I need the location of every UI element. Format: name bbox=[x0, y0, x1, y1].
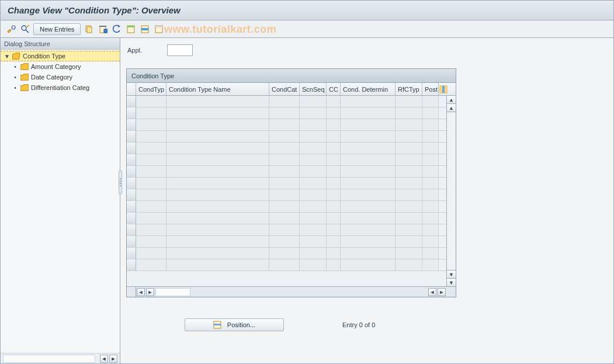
table-cell[interactable] bbox=[300, 248, 327, 259]
table-cell[interactable] bbox=[166, 154, 269, 165]
table-cell[interactable] bbox=[136, 178, 166, 189]
hscroll-right-end-button[interactable]: ► bbox=[438, 288, 446, 296]
new-entries-button[interactable]: New Entries bbox=[33, 23, 81, 35]
table-cell[interactable] bbox=[136, 143, 166, 154]
table-cell[interactable] bbox=[166, 96, 269, 107]
tree-collapse-icon[interactable]: ▼ bbox=[4, 53, 10, 60]
table-cell[interactable] bbox=[166, 201, 269, 212]
table-cell[interactable] bbox=[269, 236, 300, 247]
table-cell[interactable] bbox=[422, 154, 439, 165]
scroll-up-button[interactable]: ▲ bbox=[447, 96, 456, 104]
col-condcat[interactable]: CondCat bbox=[269, 83, 300, 95]
table-cell[interactable] bbox=[166, 236, 269, 247]
table-cell[interactable] bbox=[269, 201, 300, 212]
table-cell[interactable] bbox=[327, 143, 341, 154]
table-row[interactable] bbox=[127, 166, 446, 178]
row-select-handle[interactable] bbox=[127, 154, 136, 165]
scroll-down-button[interactable]: ▼ bbox=[447, 278, 456, 286]
table-cell[interactable] bbox=[327, 108, 341, 119]
col-post[interactable]: Post bbox=[422, 83, 439, 95]
table-cell[interactable] bbox=[166, 119, 269, 130]
table-cell[interactable] bbox=[396, 248, 422, 259]
tree-node-amount-category[interactable]: • Amount Category bbox=[1, 61, 120, 72]
table-cell[interactable] bbox=[136, 119, 166, 130]
table-cell[interactable] bbox=[136, 224, 166, 235]
table-row[interactable] bbox=[127, 189, 446, 201]
scroll-right-button[interactable]: ► bbox=[109, 355, 117, 363]
table-cell[interactable] bbox=[341, 154, 396, 165]
help-button[interactable] bbox=[19, 23, 31, 35]
row-select-handle[interactable] bbox=[127, 213, 136, 224]
col-condtyp[interactable]: CondTyp bbox=[136, 83, 166, 95]
row-select-handle[interactable] bbox=[127, 248, 136, 259]
select-all-rows-header[interactable] bbox=[127, 83, 136, 95]
col-cc[interactable]: CC bbox=[327, 83, 341, 95]
table-cell[interactable] bbox=[166, 131, 269, 142]
table-row[interactable] bbox=[127, 96, 446, 108]
table-cell[interactable] bbox=[396, 259, 422, 271]
table-row[interactable] bbox=[127, 248, 446, 259]
table-row[interactable] bbox=[127, 154, 446, 166]
table-cell[interactable] bbox=[422, 224, 439, 235]
table-cell[interactable] bbox=[341, 143, 396, 154]
table-cell[interactable] bbox=[166, 224, 269, 235]
table-cell[interactable] bbox=[396, 189, 422, 200]
table-row[interactable] bbox=[127, 213, 446, 224]
table-cell[interactable] bbox=[327, 178, 341, 189]
table-cell[interactable] bbox=[327, 189, 341, 200]
table-cell[interactable] bbox=[327, 224, 341, 235]
col-condition-type-name[interactable]: Condition Type Name bbox=[166, 83, 269, 95]
tree-node-differentiation-categ[interactable]: • Differentiation Categ bbox=[1, 82, 120, 93]
table-cell[interactable] bbox=[269, 189, 300, 200]
table-cell[interactable] bbox=[396, 154, 422, 165]
table-cell[interactable] bbox=[269, 259, 300, 271]
configure-columns-button[interactable] bbox=[439, 83, 448, 95]
table-row[interactable] bbox=[127, 201, 446, 213]
table-cell[interactable] bbox=[327, 213, 341, 224]
table-cell[interactable] bbox=[327, 131, 341, 142]
table-cell[interactable] bbox=[166, 213, 269, 224]
appl-input[interactable] bbox=[167, 44, 193, 56]
table-cell[interactable] bbox=[396, 178, 422, 189]
table-cell[interactable] bbox=[300, 236, 327, 247]
row-select-handle[interactable] bbox=[127, 119, 136, 130]
table-cell[interactable] bbox=[396, 119, 422, 130]
table-cell[interactable] bbox=[166, 178, 269, 189]
table-cell[interactable] bbox=[396, 166, 422, 177]
table-cell[interactable] bbox=[300, 189, 327, 200]
table-cell[interactable] bbox=[269, 96, 300, 107]
table-row[interactable] bbox=[127, 259, 446, 271]
table-cell[interactable] bbox=[136, 189, 166, 200]
tree-node-date-category[interactable]: • Date Category bbox=[1, 72, 120, 82]
table-cell[interactable] bbox=[422, 248, 439, 259]
row-select-handle[interactable] bbox=[127, 201, 136, 212]
select-block-button[interactable] bbox=[139, 23, 151, 35]
table-cell[interactable] bbox=[422, 201, 439, 212]
table-cell[interactable] bbox=[341, 131, 396, 142]
table-cell[interactable] bbox=[327, 248, 341, 259]
table-cell[interactable] bbox=[422, 108, 439, 119]
table-cell[interactable] bbox=[422, 213, 439, 224]
table-cell[interactable] bbox=[341, 236, 396, 247]
table-cell[interactable] bbox=[269, 143, 300, 154]
table-cell[interactable] bbox=[341, 248, 396, 259]
table-cell[interactable] bbox=[396, 143, 422, 154]
table-cell[interactable] bbox=[341, 213, 396, 224]
table-row[interactable] bbox=[127, 178, 446, 189]
row-select-handle[interactable] bbox=[127, 189, 136, 200]
delete-button[interactable] bbox=[97, 23, 109, 35]
toggle-display-change-button[interactable] bbox=[5, 23, 17, 35]
table-cell[interactable] bbox=[396, 236, 422, 247]
table-cell[interactable] bbox=[327, 259, 341, 271]
row-select-handle[interactable] bbox=[127, 236, 136, 247]
table-cell[interactable] bbox=[166, 143, 269, 154]
col-rfctyp[interactable]: RfCTyp bbox=[396, 83, 422, 95]
table-cell[interactable] bbox=[396, 131, 422, 142]
table-cell[interactable] bbox=[269, 131, 300, 142]
table-cell[interactable] bbox=[300, 119, 327, 130]
row-select-handle[interactable] bbox=[127, 259, 136, 271]
table-cell[interactable] bbox=[341, 119, 396, 130]
scroll-down-button-2[interactable]: ▼ bbox=[447, 270, 456, 278]
table-cell[interactable] bbox=[300, 96, 327, 107]
table-cell[interactable] bbox=[300, 108, 327, 119]
